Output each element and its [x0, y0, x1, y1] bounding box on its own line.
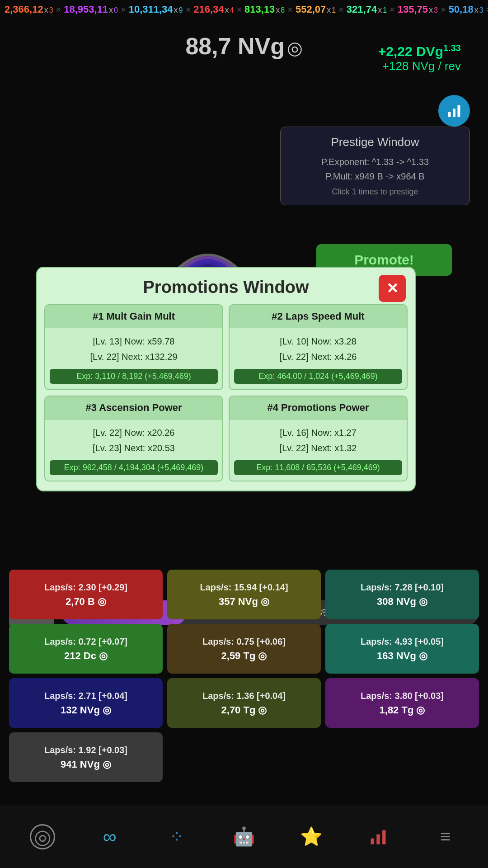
chart-button[interactable] — [438, 95, 470, 127]
activity-btn-3[interactable]: Laps/s: 7.28 [+0.10] 308 NVg ◎ — [325, 570, 479, 619]
bonus-nvg-value: +128 NVg / rev — [378, 59, 461, 73]
ticker-val-2: 18,953,11 — [64, 4, 108, 15]
ticker-val-4: 216,34 — [193, 4, 224, 15]
ticker-val-3: 10,311,34 — [129, 4, 173, 15]
ticker-sub-2: 0 — [114, 6, 118, 14]
ticker-item-4: 216,34 x 4 — [193, 4, 234, 15]
ticker-mult-8: x — [429, 5, 433, 15]
activity-btn-6-amount: 163 NVg ◎ — [377, 648, 427, 663]
activity-btn-10-amount: 941 NVg ◎ — [61, 757, 111, 772]
promo-card-2-lv-now: [Lv. 10] Now: x3.28 — [234, 334, 402, 349]
promo-card-2-body: [Lv. 10] Now: x3.28 [Lv. 22] Next: x4.26… — [230, 328, 407, 389]
activity-btn-6[interactable]: Laps/s: 4.93 [+0.05] 163 NVg ◎ — [325, 624, 479, 674]
activity-btn-2[interactable]: Laps/s: 15.94 [+0.14] 357 NVg ◎ — [167, 570, 321, 619]
svg-rect-3 — [371, 838, 374, 844]
activity-btn-2-amount: 357 NVg ◎ — [219, 594, 269, 609]
ticker-sub-6: 1 — [332, 6, 336, 14]
promo-card-1: #1 Mult Gain Mult [Lv. 13] Now: x59.78 [… — [44, 304, 223, 390]
ticker-item-1: 2,366,12 x 3 — [5, 4, 53, 15]
ticker-mult-5: x — [276, 5, 280, 15]
bonus-dvg-value: +2,22 DVg1.33 — [378, 43, 461, 59]
ticker-sub-5: 8 — [281, 6, 285, 14]
svg-rect-4 — [376, 834, 380, 844]
promo-card-4: #4 Promotions Power [Lv. 16] Now: x1.27 … — [229, 396, 408, 481]
bonus-display: +2,22 DVg1.33 +128 NVg / rev — [378, 43, 461, 73]
ticker-item-6: 552,07 x 1 — [296, 4, 336, 15]
promo-card-3-header: #3 Ascension Power — [45, 396, 222, 420]
promo-card-4-header: #4 Promotions Power — [230, 396, 407, 420]
ticker-mult-1: x — [44, 5, 48, 15]
activity-btn-2-laps: Laps/s: 15.94 [+0.14] — [200, 580, 288, 594]
promo-card-3-lv-next: [Lv. 23] Next: x20.53 — [50, 440, 218, 456]
prestige-exponent: P.Exponent: ^1.33 -> ^1.33 — [290, 155, 460, 169]
ticker-mult-9: x — [474, 5, 479, 15]
ticker-mult-7: x — [378, 5, 382, 15]
ticker-item-5: 813,13 x 8 — [244, 4, 285, 15]
ticker-val-1: 2,366,12 — [5, 4, 43, 15]
ticker-item-2: 18,953,11 x 0 — [64, 4, 118, 15]
activity-grid: Laps/s: 2.30 [+0.29] 2,70 B ◎ Laps/s: 15… — [0, 570, 488, 782]
promo-card-3-body: [Lv. 22] Now: x20.26 [Lv. 23] Next: x20.… — [45, 420, 222, 481]
target-icon: ◎ — [287, 38, 303, 58]
promo-card-4-lv-next: [Lv. 22] Next: x1.32 — [234, 440, 402, 456]
svg-rect-5 — [382, 830, 385, 844]
prestige-window: Prestige Window P.Exponent: ^1.33 -> ^1.… — [280, 127, 470, 205]
ticker-sub-1: 3 — [49, 6, 53, 14]
ticker-sub-7: 1 — [383, 6, 387, 14]
ticker-val-7: 321,74 — [347, 4, 377, 15]
nav-item-chart[interactable] — [356, 827, 401, 847]
svg-rect-1 — [453, 109, 455, 117]
ticker-mult-4: x — [225, 5, 229, 15]
nav-item-infinity[interactable]: ∞ — [87, 826, 132, 848]
ticker-sub-3: 9 — [179, 6, 183, 14]
promo-card-4-lv-now: [Lv. 16] Now: x1.27 — [234, 425, 402, 440]
ticker-bar: 2,366,12 x 3 × 18,953,11 x 0 × 10,311,34… — [0, 0, 488, 19]
activity-btn-9[interactable]: Laps/s: 3.80 [+0.03] 1,82 Tg ◎ — [325, 678, 479, 728]
menu-icon: ≡ — [440, 826, 450, 847]
promo-card-1-body: [Lv. 13] Now: x59.78 [Lv. 22] Next: x132… — [45, 328, 222, 389]
svg-rect-2 — [458, 105, 460, 117]
promo-card-3-exp: Exp: 962,458 / 4,194,304 (+5,469,469) — [50, 460, 218, 475]
activity-btn-3-amount: 308 NVg ◎ — [377, 594, 427, 609]
promo-card-3: #3 Ascension Power [Lv. 22] Now: x20.26 … — [44, 396, 223, 481]
modal-header: Promotions Window ✕ — [37, 268, 415, 304]
prestige-mult: P.Mult: x949 B -> x964 B — [290, 169, 460, 184]
currency-amount: 88,7 NVg — [185, 33, 285, 59]
promo-card-4-exp: Exp: 11,608 / 65,536 (+5,469,469) — [234, 460, 402, 475]
promo-card-1-exp: Exp: 3,110 / 8,192 (+5,469,469) — [50, 369, 218, 384]
nav-item-dots[interactable]: ⁘ — [154, 827, 199, 847]
activity-btn-6-laps: Laps/s: 4.93 [+0.05] — [361, 635, 444, 648]
activity-btn-5[interactable]: Laps/s: 0.75 [+0.06] 2,59 Tg ◎ — [167, 624, 321, 674]
ticker-sub-9: 3 — [479, 6, 483, 14]
nav-item-star[interactable]: ⭐ — [289, 826, 334, 847]
ticker-item-8: 135,75 x 3 — [398, 4, 438, 15]
ticker-mult-3: x — [174, 5, 178, 15]
prestige-window-title: Prestige Window — [290, 135, 460, 149]
promotions-window-modal: Promotions Window ✕ #1 Mult Gain Mult [L… — [36, 267, 416, 491]
circle-icon: ◎ — [30, 824, 55, 849]
activity-btn-8[interactable]: Laps/s: 1.36 [+0.04] 2,70 Tg ◎ — [167, 678, 321, 728]
dots-icon: ⁘ — [169, 827, 184, 847]
nav-item-menu[interactable]: ≡ — [423, 826, 468, 847]
promo-card-2-exp: Exp: 464.00 / 1,024 (+5,469,469) — [234, 369, 402, 384]
nav-item-circle[interactable]: ◎ — [20, 824, 65, 849]
promo-card-2-header: #2 Laps Speed Mult — [230, 305, 407, 328]
activity-btn-4[interactable]: Laps/s: 0.72 [+0.07] 212 Dc ◎ — [9, 624, 163, 674]
activity-btn-8-amount: 2,70 Tg ◎ — [221, 703, 267, 717]
activity-btn-10[interactable]: Laps/s: 1.92 [+0.03] 941 NVg ◎ — [9, 732, 163, 782]
promo-card-3-lv-now: [Lv. 22] Now: x20.26 — [50, 425, 218, 440]
activity-btn-9-laps: Laps/s: 3.80 [+0.03] — [361, 689, 444, 703]
ticker-sub-4: 4 — [230, 6, 234, 14]
modal-close-button[interactable]: ✕ — [379, 275, 406, 302]
nav-item-robot[interactable]: 🤖 — [221, 826, 267, 847]
ticker-mult-6: x — [327, 5, 331, 15]
ticker-sub-8: 3 — [434, 6, 438, 14]
promo-card-4-body: [Lv. 16] Now: x1.27 [Lv. 22] Next: x1.32… — [230, 420, 407, 481]
activity-btn-1[interactable]: Laps/s: 2.30 [+0.29] 2,70 B ◎ — [9, 570, 163, 619]
promo-card-1-lv-now: [Lv. 13] Now: x59.78 — [50, 334, 218, 349]
robot-icon: 🤖 — [233, 826, 255, 847]
activity-btn-10-laps: Laps/s: 1.92 [+0.03] — [44, 743, 127, 757]
ticker-item-3: 10,311,34 x 9 — [129, 4, 183, 15]
activity-btn-9-amount: 1,82 Tg ◎ — [380, 703, 425, 717]
activity-btn-7[interactable]: Laps/s: 2.71 [+0.04] 132 NVg ◎ — [9, 678, 163, 728]
